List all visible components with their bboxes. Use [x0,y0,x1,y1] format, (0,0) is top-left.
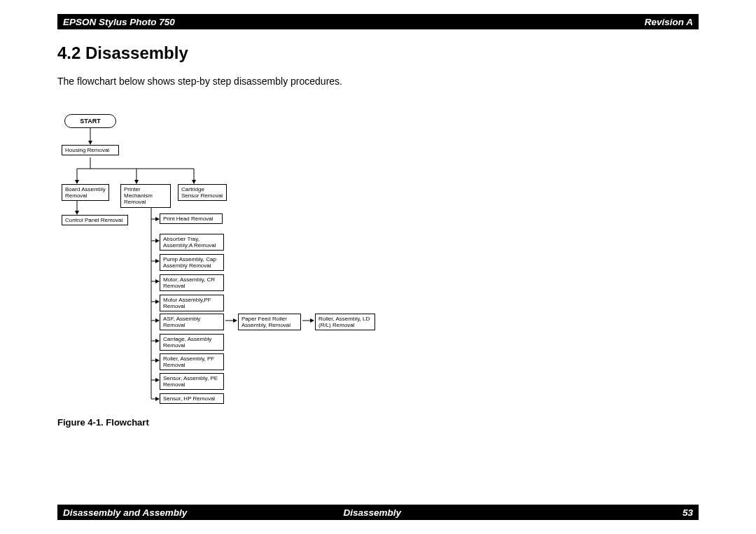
flow-mech-child-0: Print Head Removal [160,213,223,224]
flow-mech-child-3: Motor, Assembly, CR Removal [160,274,224,291]
figure-caption: Figure 4-1. Flowchart [57,417,149,428]
flow-mech-child-7: Roller, Assembly, PF Removal [160,353,224,370]
header-right: Revision A [645,17,693,27]
svg-marker-36 [310,318,314,323]
flow-mech-child-5: ASF, Assembly Removal [160,314,224,330]
flow-mech-child-8: Sensor, Assembly, PE Removal [160,373,224,390]
intro-text: The flowchart below shows step-by step d… [57,76,342,87]
flow-mech-child-9: Sensor, HP Removal [160,393,224,404]
flow-mech-child-6: Carriage, Assembly Removal [160,334,224,351]
flow-printer-mech: Printer Mechanism Removal [120,184,171,208]
flow-board-assembly: Board Assembly Removal [62,184,109,201]
footer-left: Disassembly and Assembly [63,507,187,518]
footer-center: Disassembly [343,507,401,518]
flowchart: START Housing Removal Board Assembly Rem… [57,108,407,409]
flow-mech-child-4: Motor Assembly,PF Removal [160,295,224,311]
flow-control-panel: Control Panel Removal [62,215,128,225]
flow-paper-feed: Paper Feed Roller Assembly, Removal [238,314,301,330]
flow-roller-ld: Roller, Assembly, LD (R/L) Removal [315,314,375,330]
svg-marker-34 [233,318,237,323]
header-bar: EPSON Stylus Photo 750 Revision A [57,14,699,29]
flow-cartridge-sensor: Cartridge Sensor Removal [178,184,227,201]
section-title: 4.2 Disassembly [57,43,188,63]
footer-page: 53 [682,507,693,518]
footer-bar: Disassembly and Assembly Disassembly 53 [57,505,699,520]
flow-mech-child-2: Pump Assembly, Cap Assembly Removal [160,254,224,271]
flow-mech-child-1: Absorber Tray, Assembly;A Removal [160,234,224,251]
flow-housing: Housing Removal [62,145,119,155]
flow-start: START [64,114,116,128]
header-left: EPSON Stylus Photo 750 [63,17,175,27]
